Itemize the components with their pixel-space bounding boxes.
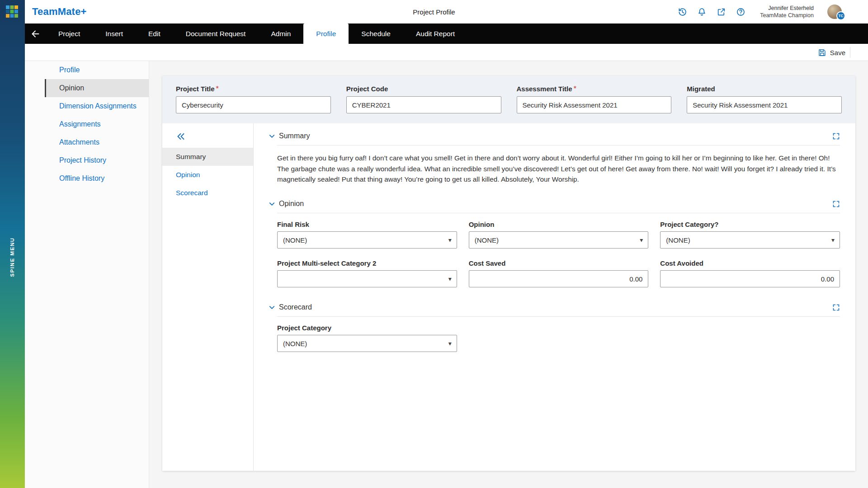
- expand-fullscreen-icon[interactable]: [832, 304, 840, 311]
- tab-schedule[interactable]: Schedule: [349, 23, 403, 44]
- required-asterisk: *: [216, 85, 219, 93]
- migrated-label: Migrated: [687, 85, 715, 93]
- opinion-fields-grid: Final Risk (NONE) Opinion (NONE) Project…: [277, 221, 840, 287]
- cost-saved-input[interactable]: [469, 270, 649, 287]
- assessment-title-field-group: Assessment Title*: [517, 85, 672, 123]
- project-title-field-group: Project Title*: [176, 85, 331, 123]
- section-divider: [277, 316, 840, 317]
- tab-document-request[interactable]: Document Request: [173, 23, 259, 44]
- card-body: Summary Opinion Scorecard Summary Get in…: [162, 123, 855, 471]
- tab-profile[interactable]: Profile: [303, 23, 349, 44]
- user-info: Jennifer Esterheld TeamMate Champion: [760, 5, 814, 19]
- multi-select-category-field-group: Project Multi-select Category 2: [277, 259, 457, 287]
- history-icon[interactable]: [678, 7, 687, 17]
- multi-select-category-select[interactable]: [277, 270, 457, 287]
- multi-select-category-label: Project Multi-select Category 2: [277, 259, 376, 267]
- section-divider: [277, 213, 840, 213]
- app-logo-icon: [6, 5, 19, 18]
- open-external-icon[interactable]: [717, 7, 726, 17]
- chevron-down-icon[interactable]: [269, 133, 275, 140]
- tab-admin[interactable]: Admin: [258, 23, 303, 44]
- opinion-section-title: Opinion: [279, 200, 304, 208]
- expand-fullscreen-icon[interactable]: [832, 200, 840, 208]
- opinion-label: Opinion: [469, 221, 495, 228]
- project-title-label: Project Title: [176, 85, 215, 93]
- inner-nav-item-scorecard[interactable]: Scorecard: [162, 184, 253, 202]
- header-actions: Jennifer Esterheld TeamMate Champion TC: [678, 5, 868, 19]
- save-label: Save: [830, 49, 845, 56]
- spine-menu-label[interactable]: SPINE MENU: [9, 237, 15, 277]
- project-title-input[interactable]: [176, 96, 331, 113]
- cost-avoided-field-group: Cost Avoided: [660, 259, 840, 287]
- project-category-question-field-group: Project Category? (NONE): [660, 221, 840, 249]
- app-title: TeamMate+: [32, 6, 87, 18]
- summary-section: Summary Get in there you big furry oaf! …: [277, 127, 840, 185]
- avatar[interactable]: TC: [827, 5, 842, 19]
- scorecard-project-category-select[interactable]: (NONE): [277, 335, 457, 352]
- opinion-select[interactable]: (NONE): [469, 231, 649, 249]
- project-code-label: Project Code: [346, 85, 388, 93]
- opinion-section-header: Opinion: [269, 195, 840, 213]
- scorecard-project-category-label: Project Category: [277, 324, 331, 332]
- user-role: TeamMate Champion: [760, 12, 814, 19]
- sidebar-item-attachments[interactable]: Attachments: [45, 133, 149, 151]
- project-profile-card: Project Title* Project Code Assessment T…: [162, 76, 855, 471]
- scorecard-section-title: Scorecard: [279, 303, 312, 311]
- expand-fullscreen-icon[interactable]: [832, 132, 840, 140]
- inner-nav-item-opinion[interactable]: Opinion: [162, 166, 253, 184]
- tab-audit-report[interactable]: Audit Report: [403, 23, 467, 44]
- sidebar-item-assignments[interactable]: Assignments: [45, 115, 149, 133]
- assessment-title-input[interactable]: [517, 96, 672, 113]
- project-code-field-group: Project Code: [346, 85, 501, 123]
- sidebar: Profile Opinion Dimension Assignments As…: [25, 61, 149, 488]
- summary-text: Get in there you big furry oaf! I don’t …: [277, 153, 840, 185]
- spine-menu[interactable]: SPINE MENU: [0, 0, 25, 488]
- project-category-question-label: Project Category?: [660, 221, 718, 228]
- chevron-down-icon[interactable]: [269, 201, 275, 207]
- back-button[interactable]: [25, 23, 46, 44]
- scorecard-project-category-field-group: Project Category (NONE): [277, 324, 457, 352]
- sidebar-item-project-history[interactable]: Project History: [45, 151, 149, 169]
- opinion-value: (NONE): [475, 236, 499, 244]
- scorecard-section: Scorecard Project Category (NONE): [277, 298, 840, 352]
- opinion-field-group: Opinion (NONE): [469, 221, 649, 249]
- final-risk-value: (NONE): [283, 236, 307, 244]
- migrated-field-group: Migrated: [687, 85, 842, 123]
- tab-bar: Project Insert Edit Document Request Adm…: [25, 23, 868, 44]
- sidebar-item-offline-history[interactable]: Offline History: [45, 169, 149, 188]
- assessment-title-label: Assessment Title: [517, 85, 572, 93]
- save-icon: [818, 48, 826, 57]
- profile-content: Summary Get in there you big furry oaf! …: [254, 123, 855, 471]
- scorecard-project-category-value: (NONE): [283, 340, 307, 347]
- toolbar: Save: [25, 44, 868, 61]
- tab-edit[interactable]: Edit: [136, 23, 173, 44]
- migrated-input[interactable]: [687, 96, 842, 113]
- scorecard-fields-grid: Project Category (NONE): [277, 324, 840, 352]
- help-icon[interactable]: [736, 7, 745, 17]
- sidebar-item-dimension-assignments[interactable]: Dimension Assignments: [45, 97, 149, 115]
- sidebar-item-opinion[interactable]: Opinion: [45, 79, 149, 97]
- tab-project[interactable]: Project: [46, 23, 93, 44]
- cost-avoided-input[interactable]: [660, 270, 840, 287]
- opinion-section: Opinion Final Risk (NONE) Opinion (NONE)…: [277, 195, 840, 287]
- section-divider: [277, 145, 840, 145]
- tab-insert[interactable]: Insert: [93, 23, 136, 44]
- final-risk-select[interactable]: (NONE): [277, 231, 457, 249]
- notifications-icon[interactable]: [697, 7, 707, 17]
- toolbar-divider: [850, 47, 850, 58]
- page-title: Project Profile: [413, 8, 455, 16]
- collapse-panel-icon[interactable]: [176, 131, 186, 141]
- avatar-badge: TC: [836, 11, 845, 20]
- sidebar-item-profile[interactable]: Profile: [45, 61, 149, 79]
- project-category-question-select[interactable]: (NONE): [660, 231, 840, 249]
- required-asterisk: *: [574, 85, 576, 93]
- cost-avoided-label: Cost Avoided: [660, 259, 703, 267]
- user-name: Jennifer Esterheld: [760, 5, 814, 12]
- summary-section-title: Summary: [279, 132, 310, 140]
- inner-nav-item-summary[interactable]: Summary: [162, 148, 253, 166]
- project-category-question-value: (NONE): [666, 236, 690, 244]
- profile-header-fields: Project Title* Project Code Assessment T…: [162, 76, 855, 123]
- save-button[interactable]: Save: [818, 44, 845, 61]
- chevron-down-icon[interactable]: [269, 304, 275, 311]
- project-code-input[interactable]: [346, 96, 501, 113]
